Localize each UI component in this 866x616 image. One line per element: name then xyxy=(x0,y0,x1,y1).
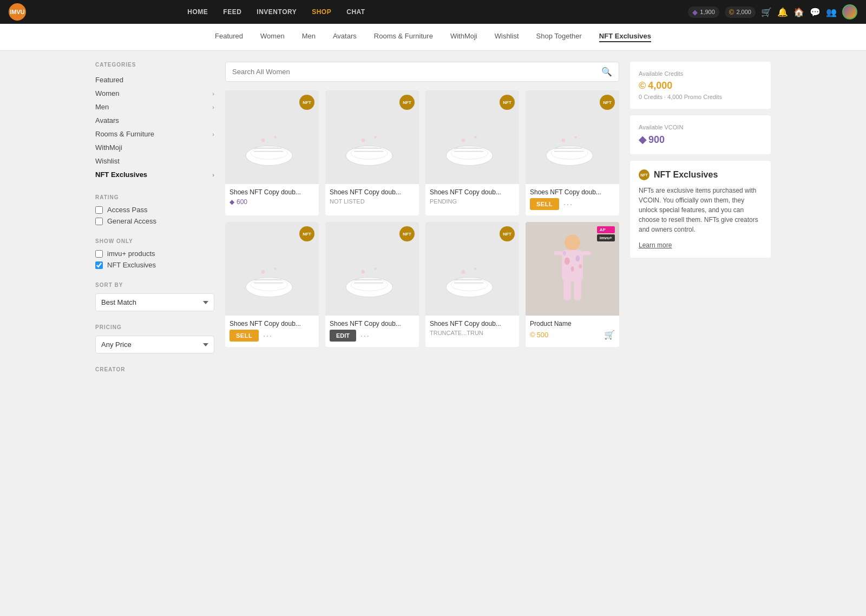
sort-dropdown[interactable]: Best Match Newest Oldest Price: Low to H… xyxy=(95,293,214,311)
nft-exclusives-checkbox[interactable] xyxy=(95,261,103,269)
product-card-8: AP imvu+ xyxy=(526,222,619,347)
home-icon[interactable]: 🏠 xyxy=(793,7,804,17)
nav-home[interactable]: HOME xyxy=(187,8,208,16)
svg-point-59 xyxy=(579,264,582,268)
sell-button-5[interactable]: SELL xyxy=(229,330,259,342)
nav-inventory[interactable]: INVENTORY xyxy=(257,8,297,16)
sort-title: SORT BY xyxy=(95,282,214,288)
svg-point-2 xyxy=(251,147,287,160)
nav-links: HOME FEED INVENTORY SHOP CHAT xyxy=(187,8,365,16)
product-card-7: NFT Shoes NFT Copy doub... TRUNCATE...TR… xyxy=(425,222,519,347)
tab-women[interactable]: Women xyxy=(260,32,285,42)
general-access-filter[interactable]: General Access xyxy=(95,217,214,225)
nav-shop[interactable]: SHOP xyxy=(312,8,331,16)
nav-right: ◆ 1,900 © 2,000 🛒 🔔 🏠 💬 👥 xyxy=(688,4,857,19)
cart-icon[interactable]: 🛒 xyxy=(761,7,772,17)
product-name-8: Product Name xyxy=(530,320,615,327)
sidebar: CATEGORIES Featured Women › Men › Avatar… xyxy=(95,62,214,385)
add-to-cart-8[interactable]: 🛒 xyxy=(604,330,615,340)
vcoin-icon-small: ◆ xyxy=(229,198,234,206)
sidebar-item-women[interactable]: Women › xyxy=(95,87,214,100)
credits-sub-text: 0 Credits · 4,000 Promo Credits xyxy=(639,94,762,100)
product-info-4: Shoes NFT Copy doub... SELL ··· xyxy=(526,184,619,215)
access-pass-filter[interactable]: Access Pass xyxy=(95,206,214,214)
product-actions-5: SELL ··· xyxy=(229,330,314,342)
learn-more-link[interactable]: Learn more xyxy=(639,241,672,249)
show-only-title: SHOW ONLY xyxy=(95,238,214,244)
sidebar-item-featured[interactable]: Featured xyxy=(95,73,214,87)
svg-point-27 xyxy=(574,136,577,139)
bell-icon[interactable]: 🔔 xyxy=(777,7,788,17)
product-name-4: Shoes NFT Copy doub... xyxy=(530,188,615,196)
tab-men[interactable]: Men xyxy=(302,32,316,42)
svg-point-55 xyxy=(565,257,570,265)
nft-badge: NFT xyxy=(500,95,515,110)
svg-point-23 xyxy=(551,147,588,160)
sidebar-item-wishlist[interactable]: Wishlist xyxy=(95,154,214,168)
imvu-plus-checkbox[interactable] xyxy=(95,250,103,258)
nft-info-header: NFT NFT Exclusives xyxy=(639,169,762,180)
tab-avatars[interactable]: Avatars xyxy=(333,32,357,42)
tab-featured[interactable]: Featured xyxy=(215,32,243,42)
sidebar-item-nft-exclusives[interactable]: NFT Exclusives › xyxy=(95,168,214,181)
credit-icon-small: © xyxy=(530,331,535,339)
nav-feed[interactable]: FEED xyxy=(223,8,241,16)
nft-info-title: NFT Exclusives xyxy=(654,170,718,180)
sidebar-item-avatars[interactable]: Avatars xyxy=(95,114,214,127)
svg-point-5 xyxy=(261,139,265,142)
sidebar-item-withmoji[interactable]: WithMoji xyxy=(95,141,214,154)
more-options-6[interactable]: ··· xyxy=(360,331,370,340)
sell-button-4[interactable]: SELL xyxy=(530,198,559,210)
more-options-4[interactable]: ··· xyxy=(563,200,573,208)
shoe-illustration xyxy=(237,229,307,309)
product-actions-8: © 500 🛒 xyxy=(530,330,615,340)
svg-point-57 xyxy=(571,266,574,272)
pricing-dropdown[interactable]: Any Price Free Under 500 Under 1000 Unde… xyxy=(95,336,214,353)
categories-title: CATEGORIES xyxy=(95,62,214,68)
svg-rect-21 xyxy=(560,103,574,149)
tab-nft-exclusives[interactable]: NFT Exclusives xyxy=(599,32,651,42)
search-icon[interactable]: 🔍 xyxy=(601,67,612,77)
svg-point-48 xyxy=(474,267,477,270)
tab-rooms-furniture[interactable]: Rooms & Furniture xyxy=(374,32,433,42)
rating-title: RATING xyxy=(95,194,214,200)
more-options-5[interactable]: ··· xyxy=(263,331,273,340)
search-input[interactable] xyxy=(232,68,601,76)
product-name-2: Shoes NFT Copy doub... xyxy=(330,188,415,196)
nft-info-description: NFTs are exclusive items purchased with … xyxy=(639,186,762,234)
ap-badge: AP xyxy=(597,226,615,233)
shoe-illustration xyxy=(437,229,508,309)
product-image-2: NFT xyxy=(325,90,419,184)
svg-point-12 xyxy=(361,139,365,142)
imvu-plus-filter[interactable]: imvu+ products xyxy=(95,250,214,258)
tab-wishlist[interactable]: Wishlist xyxy=(495,32,519,42)
message-icon[interactable]: 💬 xyxy=(810,7,821,17)
vcoin-badge: ◆ 1,900 xyxy=(688,6,719,18)
sidebar-item-men[interactable]: Men › xyxy=(95,100,214,114)
product-info-5: Shoes NFT Copy doub... SELL ··· xyxy=(225,316,319,347)
svg-point-19 xyxy=(461,139,465,142)
product-name-3: Shoes NFT Copy doub... xyxy=(430,188,515,196)
edit-button-6[interactable]: EDIT xyxy=(330,330,356,342)
nft-exclusives-filter[interactable]: NFT Exclusives xyxy=(95,261,214,269)
tab-withmoji[interactable]: WithMoji xyxy=(450,32,477,42)
general-access-checkbox[interactable] xyxy=(95,218,103,225)
rating-section: RATING Access Pass General Access xyxy=(95,194,214,225)
svg-point-37 xyxy=(351,279,388,291)
svg-point-34 xyxy=(274,267,277,270)
user-avatar[interactable] xyxy=(842,4,857,19)
svg-point-40 xyxy=(361,270,365,274)
pricing-title: PRICING xyxy=(95,324,214,330)
product-name-5: Shoes NFT Copy doub... xyxy=(229,320,314,327)
svg-point-44 xyxy=(451,279,488,291)
nav-chat[interactable]: CHAT xyxy=(346,8,365,16)
svg-point-9 xyxy=(351,147,388,160)
imvu-logo[interactable]: IMVU xyxy=(9,3,26,21)
shoe-illustration xyxy=(337,229,408,309)
friends-icon[interactable]: 👥 xyxy=(826,7,837,17)
credits-number: 4,000 xyxy=(648,80,672,91)
sidebar-item-rooms-furniture[interactable]: Rooms & Furniture › xyxy=(95,127,214,141)
svg-rect-52 xyxy=(582,251,591,255)
access-pass-checkbox[interactable] xyxy=(95,206,103,214)
tab-shop-together[interactable]: Shop Together xyxy=(536,32,582,42)
